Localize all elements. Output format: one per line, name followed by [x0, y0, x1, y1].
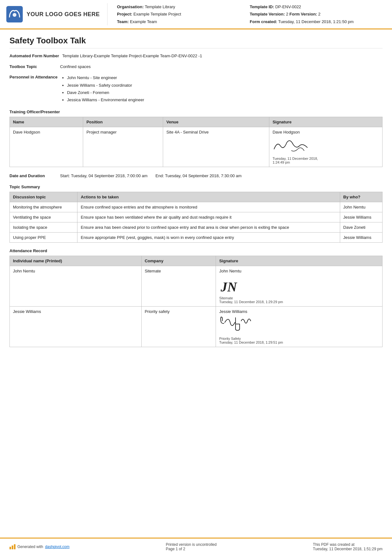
attendance-col-company: Company [141, 256, 216, 266]
form-number-row: Automated Form Number Template Library-E… [9, 53, 383, 59]
footer-uncontrolled: Printed version is uncontrolled [166, 542, 217, 547]
attendance-company: Sitemate [141, 266, 216, 307]
topic-col-bywho: By who? [340, 192, 382, 202]
topic-discussion: Using proper PPE [10, 233, 77, 243]
topic-action: Ensure appropriate PPE (vest, goggles, m… [77, 233, 340, 243]
logo-text: YOUR LOGO GOES HERE [27, 11, 100, 18]
sig-meta: Priority SafetyTuesday, 11 December 2018… [219, 337, 379, 344]
topic-action: Ensure area has been cleared prior to co… [77, 222, 340, 233]
topic-summary-title: Topic Summary [9, 184, 383, 189]
main-content: Safety Toolbox Talk Automated Form Numbe… [0, 29, 392, 359]
footer-right-date: Tuesday, 11 December 2018, 1:51:29 pm [313, 547, 383, 551]
project-row: Project: Example Template Project [117, 10, 250, 18]
template-version-row: Template Version: 2 Form Version: 2 [250, 10, 383, 18]
form-version-label: Form Version: [290, 12, 317, 16]
topic-bywho: Dave Zoneti [340, 222, 382, 233]
footer-center: Printed version is uncontrolled Page 1 o… [166, 542, 217, 551]
personnel-list: John Nemtu - Site engineerJessie William… [61, 74, 383, 104]
table-row: Ventilating the space Ensure space has b… [10, 212, 383, 222]
training-col-name: Name [10, 117, 83, 127]
toolbox-topic-value: Confined spaces [60, 64, 383, 70]
topic-action: Ensure space has been ventilated where t… [77, 212, 340, 222]
table-row: Isolating the space Ensure area has been… [10, 222, 383, 233]
template-version-value: 2 [286, 12, 288, 16]
table-row: John Nemtu Sitemate John Nemtu JN Sitema… [10, 266, 383, 307]
training-col-signature: Signature [269, 117, 383, 127]
attendance-name: John Nemtu [10, 266, 142, 307]
org-value: Template Library [145, 4, 175, 9]
dashpivot-icon [9, 544, 15, 549]
list-item: Jessica Williams - Environmental enginee… [67, 96, 383, 103]
footer-right: This PDF was created at Tuesday, 11 Dece… [313, 542, 383, 551]
signature-drawing [273, 136, 310, 154]
signature-drawing [219, 315, 257, 335]
page-header: YOUR LOGO GOES HERE Organisation: Templa… [0, 0, 392, 29]
table-row: Using proper PPE Ensure appropriate PPE … [10, 233, 383, 243]
sig-name: Dave Hodgson [273, 130, 379, 134]
date-duration-label: Date and Duration [9, 173, 60, 179]
attendance-header-row: Individual name (Printed) Company Signat… [10, 256, 383, 266]
attendance-table: Individual name (Printed) Company Signat… [9, 256, 383, 347]
training-table-header-row: Name Position Venue Signature [10, 117, 383, 127]
footer-right-text: This PDF was created at [313, 542, 383, 547]
topic-col-actions: Actions to be taken [77, 192, 340, 202]
org-row: Organisation: Template Library [117, 3, 250, 10]
template-id-label: Template ID: [250, 4, 274, 9]
toolbox-topic-label: Toolbox Topic [9, 64, 60, 70]
training-col-venue: Venue [163, 117, 269, 127]
toolbox-topic-row: Toolbox Topic Confined spaces [9, 64, 383, 70]
header-meta: Organisation: Template Library Project: … [107, 3, 383, 25]
topic-bywho: John Nemtu [340, 202, 382, 212]
svg-point-1 [13, 13, 16, 17]
list-item: John Nemtu - Site engineer [67, 74, 383, 81]
topic-discussion: Isolating the space [10, 222, 77, 233]
template-id-value: DP-ENV-0022 [275, 4, 301, 9]
date-duration-row: Date and Duration Start: Tuesday, 04 Sep… [9, 173, 383, 179]
topic-table: Discussion topic Actions to be taken By … [9, 192, 383, 243]
logo-section: YOUR LOGO GOES HERE [6, 3, 107, 25]
team-row: Team: Example Team [117, 18, 250, 25]
topic-action: Ensure confined space entries and the at… [77, 202, 340, 212]
attendance-company: Priority safety [141, 307, 216, 347]
topic-header-row: Discussion topic Actions to be taken By … [10, 192, 383, 202]
form-version-value: 2 [318, 12, 321, 16]
org-label: Organisation: [117, 4, 144, 9]
sig-name: Jessie Williams [219, 309, 379, 314]
footer-page: Page 1 of 2 [166, 547, 217, 551]
topic-bywho: Jessie Williams [340, 212, 382, 222]
list-item: Dave Zoneti - Foremen [67, 89, 383, 96]
signature-drawing: JN [219, 274, 251, 295]
footer-link[interactable]: dashpivot.com [45, 545, 69, 549]
template-id-row: Template ID: DP-ENV-0022 [250, 3, 383, 10]
team-label: Team: [117, 19, 129, 24]
project-label: Project: [117, 12, 132, 16]
footer-logo: Generated with dashpivot.com [9, 544, 70, 549]
date-duration-values: Start: Tuesday, 04 September 2018, 7:00:… [60, 173, 383, 179]
template-version-label: Template Version: [250, 12, 285, 16]
page-footer: Generated with dashpivot.com Printed ver… [0, 538, 392, 555]
training-col-position: Position [83, 117, 163, 127]
attendance-col-name: Individual name (Printed) [10, 256, 142, 266]
date-start: Start: Tuesday, 04 September 2018, 7:00:… [60, 173, 148, 178]
table-row: Jessie Williams Priority safety Jessie W… [10, 307, 383, 347]
training-position: Project manager [83, 127, 163, 167]
training-table: Name Position Venue Signature Dave Hodgs… [9, 117, 383, 167]
attendance-name: Jessie Williams [10, 307, 142, 347]
form-created-row: Form created: Tuesday, 11 December 2018,… [250, 18, 383, 25]
header-meta-left: Organisation: Template Library Project: … [117, 3, 250, 25]
personnel-row: Personnel in Attendance John Nemtu - Sit… [9, 74, 383, 104]
table-row: Monitoring the atmosphere Ensure confine… [10, 202, 383, 212]
form-number-label: Automated Form Number [9, 53, 62, 59]
attendance-signature: John Nemtu JN SitemateTuesday, 11 Decemb… [216, 266, 383, 307]
attendance-title: Attendance Record [9, 248, 383, 253]
svg-text:JN: JN [220, 280, 237, 294]
team-value: Example Team [130, 19, 157, 24]
personnel-list-container: John Nemtu - Site engineerJessie William… [61, 74, 383, 104]
project-value: Example Template Project [133, 12, 181, 16]
list-item: Jessie Williams - Safety coordinator [67, 82, 383, 89]
training-name: Dave Hodgson [10, 127, 83, 167]
training-venue: Site 4A - Seminal Drive [163, 127, 269, 167]
date-end: End: Tuesday, 04 September 2018, 7:30:00… [156, 173, 242, 178]
logo-icon [6, 6, 23, 22]
footer-generated-text: Generated with [17, 545, 43, 549]
